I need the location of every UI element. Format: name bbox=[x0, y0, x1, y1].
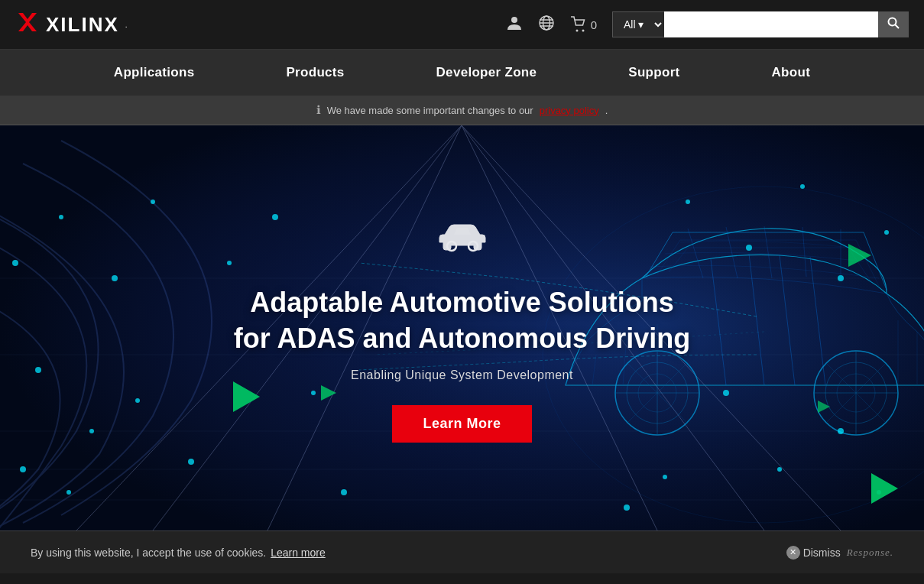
svg-point-49 bbox=[227, 261, 232, 265]
svg-point-43 bbox=[35, 367, 41, 373]
notice-bar: ℹ We have made some important changes to… bbox=[0, 96, 924, 125]
nav-item-applications[interactable]: Applications bbox=[68, 50, 241, 96]
svg-point-9 bbox=[889, 18, 896, 26]
svg-point-53 bbox=[686, 200, 690, 204]
svg-marker-66 bbox=[871, 473, 898, 504]
svg-marker-0 bbox=[18, 13, 37, 31]
svg-point-52 bbox=[341, 489, 347, 495]
svg-point-54 bbox=[746, 245, 752, 251]
svg-point-7 bbox=[575, 30, 578, 32]
notice-suffix: . bbox=[605, 105, 608, 116]
svg-point-62 bbox=[663, 475, 667, 479]
svg-line-37 bbox=[826, 363, 886, 423]
svg-point-40 bbox=[59, 215, 63, 219]
nav-item-products[interactable]: Products bbox=[240, 50, 390, 96]
car-icon bbox=[234, 213, 690, 270]
hero-section: Adaptable Automotive Solutions for ADAS … bbox=[0, 125, 924, 530]
logo-dot: . bbox=[125, 21, 128, 29]
hero-title: Adaptable Automotive Solutions for ADAS … bbox=[234, 285, 690, 357]
dismiss-icon: ✕ bbox=[786, 546, 800, 560]
svg-point-42 bbox=[151, 200, 155, 204]
svg-point-41 bbox=[112, 275, 118, 281]
top-bar: XILINX. 0 bbox=[0, 0, 924, 50]
xilinx-logo-icon bbox=[15, 10, 40, 40]
dismiss-label: Dismiss bbox=[803, 547, 841, 559]
cookie-dismiss-area: ✕ Dismiss Response. bbox=[786, 546, 893, 560]
search-input[interactable] bbox=[664, 11, 878, 37]
search-button[interactable] bbox=[878, 11, 909, 37]
user-icon[interactable] bbox=[506, 15, 523, 35]
svg-point-45 bbox=[20, 466, 26, 472]
cookie-bar: By using this website, I accept the use … bbox=[0, 530, 924, 573]
cookie-message: By using this website, I accept the use … bbox=[31, 547, 266, 559]
hero-content: Adaptable Automotive Solutions for ADAS … bbox=[234, 213, 690, 443]
top-right-controls: 0 All ▾ bbox=[506, 11, 909, 37]
cart-count: 0 bbox=[591, 18, 597, 31]
search-area: All ▾ bbox=[612, 11, 909, 37]
svg-point-48 bbox=[188, 459, 194, 465]
logo[interactable]: XILINX. bbox=[15, 10, 128, 40]
cart-area[interactable]: 0 bbox=[570, 16, 597, 33]
nav-bar: Applications Products Developer Zone Sup… bbox=[0, 50, 924, 96]
svg-marker-69 bbox=[818, 401, 830, 413]
learn-more-button[interactable]: Learn More bbox=[392, 405, 531, 443]
svg-marker-67 bbox=[848, 244, 871, 267]
svg-point-44 bbox=[89, 429, 94, 433]
dismiss-button[interactable]: ✕ Dismiss bbox=[786, 546, 841, 560]
svg-point-30 bbox=[837, 374, 875, 412]
nav-item-developer-zone[interactable]: Developer Zone bbox=[391, 50, 583, 96]
svg-point-1 bbox=[511, 17, 517, 23]
cookie-learn-more-link[interactable]: Learn more bbox=[271, 547, 326, 559]
svg-point-39 bbox=[12, 260, 18, 266]
globe-icon[interactable] bbox=[538, 15, 555, 35]
nav-item-about[interactable]: About bbox=[726, 50, 857, 96]
svg-point-46 bbox=[135, 398, 140, 403]
hero-subtitle: Enabling Unique System Development bbox=[234, 368, 690, 382]
svg-point-59 bbox=[777, 467, 782, 472]
svg-point-58 bbox=[723, 390, 729, 396]
svg-point-8 bbox=[582, 30, 584, 32]
svg-point-60 bbox=[838, 428, 844, 434]
svg-point-63 bbox=[624, 505, 630, 511]
response-logo: Response. bbox=[847, 547, 893, 559]
svg-point-57 bbox=[884, 230, 889, 235]
svg-point-61 bbox=[877, 490, 881, 495]
svg-line-38 bbox=[826, 363, 886, 423]
svg-point-56 bbox=[838, 275, 844, 281]
xilinx-logo-text: XILINX bbox=[46, 13, 119, 37]
svg-point-29 bbox=[825, 362, 887, 423]
privacy-policy-link[interactable]: privacy policy bbox=[540, 105, 599, 116]
notice-text: We have made some important changes to o… bbox=[327, 105, 533, 116]
info-icon: ℹ bbox=[316, 103, 321, 117]
svg-point-55 bbox=[800, 184, 805, 189]
nav-item-support[interactable]: Support bbox=[582, 50, 725, 96]
svg-point-47 bbox=[66, 490, 71, 495]
cookie-message-area: By using this website, I accept the use … bbox=[31, 547, 326, 559]
svg-line-10 bbox=[896, 25, 900, 29]
svg-point-28 bbox=[814, 351, 898, 435]
search-dropdown[interactable]: All ▾ bbox=[612, 11, 664, 37]
